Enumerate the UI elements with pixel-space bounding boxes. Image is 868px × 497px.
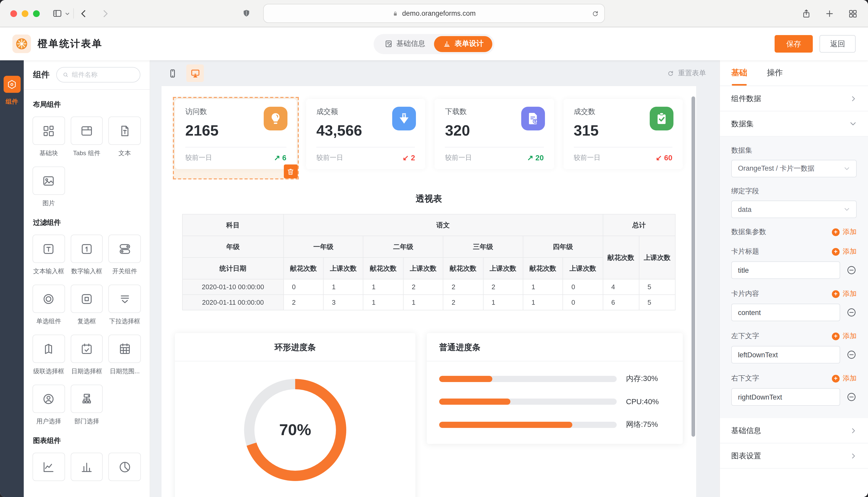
component-item[interactable]: 文本 (109, 116, 141, 158)
row-chart-setting[interactable]: 图表设置 (720, 443, 868, 469)
component-card[interactable] (32, 235, 65, 263)
left-rail: 组件 (0, 60, 24, 497)
component-item[interactable] (109, 453, 141, 481)
new-tab-icon[interactable] (825, 9, 835, 18)
component-card[interactable] (70, 235, 103, 263)
row-basic-info[interactable]: 基础信息 (720, 418, 868, 443)
minus-circle-icon[interactable] (846, 307, 857, 317)
component-item[interactable]: 用户选择 (32, 385, 65, 426)
pivot-header-cell: 一年级 (284, 236, 363, 257)
add-field-button[interactable]: +添加 (832, 374, 857, 383)
component-item[interactable]: 下拉选择框 (109, 285, 141, 326)
component-card[interactable] (70, 116, 103, 145)
component-card[interactable] (32, 335, 65, 363)
zoom-window-icon[interactable] (33, 10, 40, 17)
sidebar-toggle-icon[interactable] (52, 8, 63, 18)
share-icon[interactable] (801, 9, 811, 18)
component-card[interactable] (32, 116, 65, 145)
component-card[interactable] (32, 453, 65, 481)
minus-circle-icon[interactable] (846, 265, 857, 275)
component-item[interactable]: 基础块 (32, 116, 65, 158)
search-input[interactable] (72, 71, 134, 79)
row-dataset-collapse[interactable]: 数据集 (720, 111, 868, 137)
component-search[interactable] (56, 67, 140, 83)
reset-form-button[interactable]: 重置表单 (667, 69, 706, 78)
canvas-scrollbar[interactable] (691, 96, 695, 437)
minus-circle-icon[interactable] (846, 392, 857, 402)
mobile-preview-button[interactable] (164, 65, 181, 82)
pivot-cell: 1 (483, 295, 523, 310)
component-card[interactable] (32, 167, 65, 195)
component-item[interactable]: 复选框 (70, 285, 103, 326)
add-field-button[interactable]: +添加 (832, 331, 857, 341)
stat-card[interactable]: 下载数320较前一日↗ 20 (435, 99, 554, 169)
component-card[interactable] (109, 116, 141, 145)
add-field-button[interactable]: +添加 (832, 289, 857, 299)
component-item[interactable]: 日期选择框 (70, 335, 103, 376)
component-card[interactable] (109, 235, 141, 263)
pivot-cell: 1 (403, 295, 443, 310)
desktop-preview-button[interactable] (186, 65, 204, 82)
reload-icon[interactable] (591, 10, 599, 17)
table-row: 2020-01-11 00:00:002311211065 (182, 295, 675, 310)
plus-circle-icon: + (832, 228, 840, 236)
component-item[interactable]: Tabs 组件 (70, 116, 103, 158)
view-switcher: 基础信息 表单设计 (374, 34, 494, 54)
component-item[interactable]: 开关组件 (109, 235, 141, 276)
ring-progress-widget[interactable]: 环形进度条 70% (175, 333, 415, 497)
chevron-down-icon[interactable] (65, 11, 70, 16)
back-icon[interactable] (79, 9, 89, 18)
component-card[interactable] (109, 285, 141, 313)
tab-overview-icon[interactable] (848, 9, 858, 18)
component-card[interactable] (70, 385, 103, 413)
component-card[interactable] (109, 335, 141, 363)
privacy-shield-icon[interactable] (242, 9, 251, 18)
pivot-header-cell: 上课次数 (483, 257, 523, 279)
component-item[interactable]: 文本输入框 (32, 235, 65, 276)
component-item[interactable]: 单选组件 (32, 285, 65, 326)
prop-field-input[interactable] (731, 388, 840, 406)
address-bar[interactable]: demo.orangeforms.com (263, 4, 605, 23)
forward-icon[interactable] (100, 9, 110, 18)
text-doc-icon (118, 124, 131, 138)
component-item[interactable] (32, 453, 65, 481)
tab-basic-info[interactable]: 基础信息 (376, 36, 434, 52)
component-card[interactable] (109, 453, 141, 481)
component-card[interactable] (70, 453, 103, 481)
prop-field-header: 右下文字+添加 (731, 374, 857, 383)
component-card[interactable] (70, 285, 103, 313)
prop-field-input[interactable] (731, 304, 840, 321)
tab-props-action[interactable]: 操作 (767, 60, 783, 86)
pivot-cell: 1 (323, 279, 363, 295)
add-dataset-param-button[interactable]: + 添加 (832, 227, 857, 237)
dataset-select[interactable]: OrangeTest / 卡片一数据 (731, 160, 857, 178)
stat-card[interactable]: 成交额¥43,566较前一日↙ 2 (306, 99, 426, 169)
pivot-widget[interactable]: 透视表 科目语文总计年级一年级二年级三年级四年级献花次数上课次数统计日期献花次数… (162, 185, 696, 324)
stat-card[interactable]: 访问数2165较前一日↗ 6 (175, 99, 297, 169)
add-field-button[interactable]: +添加 (832, 247, 857, 256)
tab-props-basic[interactable]: 基础 (731, 60, 747, 86)
component-card[interactable] (32, 285, 65, 313)
back-button[interactable]: 返回 (819, 35, 856, 53)
tab-form-design[interactable]: 表单设计 (434, 36, 492, 52)
prop-field-input[interactable] (731, 346, 840, 364)
minus-circle-icon[interactable] (846, 350, 857, 360)
component-item[interactable]: 部门选择 (70, 385, 103, 426)
save-button[interactable]: 保存 (775, 35, 813, 53)
component-card[interactable] (70, 335, 103, 363)
bind-field-select[interactable]: data (731, 201, 857, 218)
stat-card[interactable]: 成交数315较前一日↙ 60 (563, 99, 683, 169)
component-card[interactable] (32, 385, 65, 413)
minimize-window-icon[interactable] (22, 10, 28, 17)
component-item[interactable]: 日期范围... (109, 335, 141, 376)
prop-field-input[interactable] (731, 261, 840, 279)
close-window-icon[interactable] (10, 10, 17, 17)
bar-progress-widget[interactable]: 普通进度条 内存:30%CPU:40%网络:75% (427, 333, 683, 444)
components-nav-icon[interactable] (3, 76, 20, 93)
component-item[interactable]: 级联选择框 (32, 335, 65, 376)
component-item[interactable]: 数字输入框 (70, 235, 103, 276)
component-item[interactable]: 图片 (32, 167, 65, 208)
row-component-data[interactable]: 组件数据 (720, 86, 868, 111)
component-item[interactable] (70, 453, 103, 481)
delete-widget-button[interactable] (284, 165, 298, 179)
